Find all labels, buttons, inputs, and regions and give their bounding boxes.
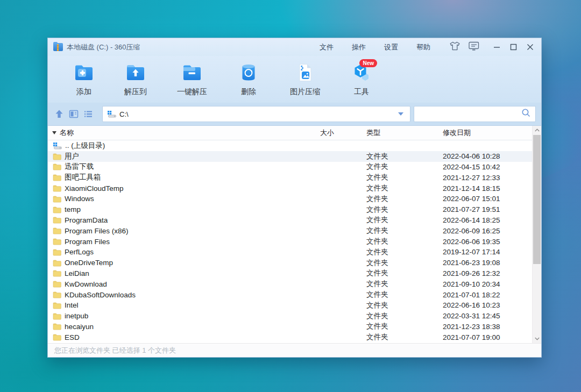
row-date: 2022-04-15 10:42 — [443, 163, 521, 171]
file-row[interactable]: hecaiyun 文件夹 2021-12-23 18:38 — [48, 322, 532, 332]
file-row[interactable]: 用户 文件夹 2022-04-06 10:28 — [48, 151, 532, 162]
file-row[interactable]: temp 文件夹 2021-07-27 19:51 — [48, 204, 532, 215]
parent-directory-row[interactable]: .. (上级目录) — [48, 140, 532, 151]
row-name: Intel — [65, 301, 79, 309]
search-input[interactable] — [414, 106, 536, 122]
row-type: 文件夹 — [366, 162, 443, 172]
scrollbar-thumb[interactable] — [533, 135, 541, 264]
menu-actions[interactable]: 操作 — [352, 42, 366, 52]
image-compress-button[interactable]: 图片压缩 — [279, 61, 331, 97]
titlebar[interactable]: 本地磁盘 (C:) - 360压缩 文件 操作 设置 帮助 — [48, 38, 541, 56]
delete-button[interactable]: 删除 — [228, 61, 270, 97]
delete-icon — [238, 63, 259, 84]
list-view-icon[interactable] — [83, 109, 93, 119]
titlebar-extra-icons — [450, 41, 479, 53]
file-row[interactable]: KDubaSoftDownloads 文件夹 2021-07-01 18:22 — [48, 289, 532, 300]
file-row[interactable]: Program Files 文件夹 2022-06-06 19:35 — [48, 236, 532, 247]
file-row[interactable]: ProgramData 文件夹 2022-06-14 18:25 — [48, 215, 532, 226]
row-name: ESD — [65, 333, 80, 341]
row-name: KDubaSoftDownloads — [65, 291, 136, 299]
panel-view-icon[interactable] — [69, 109, 79, 119]
app-logo-icon — [53, 43, 63, 51]
folder-icon — [53, 333, 61, 341]
folder-icon — [53, 227, 61, 234]
row-type: 文件夹 — [366, 332, 443, 342]
column-header-date[interactable]: 修改日期 — [443, 128, 521, 138]
file-row[interactable]: 迅雷下载 文件夹 2022-04-15 10:42 — [48, 162, 532, 173]
tools-button[interactable]: New 工具 — [341, 61, 382, 97]
file-row[interactable]: OneDriveTemp 文件夹 2021-06-23 19:08 — [48, 258, 532, 268]
scrollbar[interactable] — [532, 126, 541, 343]
row-name: KwDownload — [65, 280, 107, 288]
row-name: Program Files — [65, 238, 110, 246]
row-name: Windows — [65, 195, 94, 203]
folder-icon — [53, 216, 61, 224]
file-row[interactable]: PerfLogs 文件夹 2019-12-07 17:14 — [48, 247, 532, 258]
file-row[interactable]: ESD 文件夹 2021-07-07 19:00 — [48, 332, 532, 343]
column-header-size[interactable]: 大小 — [320, 128, 366, 138]
list-header: 名称 大小 类型 修改日期 — [48, 126, 532, 140]
scroll-up-icon[interactable] — [533, 126, 541, 134]
menu-settings[interactable]: 设置 — [384, 42, 398, 52]
row-type: 文件夹 — [366, 247, 443, 257]
file-list-panel: 名称 大小 类型 修改日期 .. (上级目录) 用户 — [48, 125, 541, 343]
image-compress-icon — [294, 63, 316, 84]
folder-icon — [53, 163, 61, 170]
menu-help[interactable]: 帮助 — [416, 42, 430, 52]
row-type: 文件夹 — [366, 237, 443, 246]
toolbar-label: 添加 — [76, 87, 91, 97]
feedback-icon[interactable] — [469, 41, 479, 53]
toolbar-label: 解压到 — [124, 87, 147, 97]
file-row[interactable]: KwDownload 文件夹 2021-09-10 20:34 — [48, 279, 532, 289]
column-header-type[interactable]: 类型 — [366, 128, 443, 138]
skin-shirt-icon[interactable] — [450, 41, 460, 53]
folder-icon — [53, 291, 61, 298]
window-title: 本地磁盘 (C:) - 360压缩 — [67, 42, 140, 52]
menu-file[interactable]: 文件 — [320, 42, 334, 52]
statusbar: 您正在浏览文件夹 已经选择 1 个文件夹 — [48, 343, 541, 357]
status-text: 您正在浏览文件夹 已经选择 1 个文件夹 — [54, 346, 176, 355]
row-type: 文件夹 — [366, 301, 443, 310]
extract-to-icon — [125, 63, 146, 84]
file-row[interactable]: inetpub 文件夹 2022-03-31 12:45 — [48, 311, 532, 322]
file-row[interactable]: Windows 文件夹 2022-06-07 15:01 — [48, 194, 532, 204]
file-row[interactable]: Intel 文件夹 2022-06-16 10:23 — [48, 300, 532, 311]
row-type: 文件夹 — [366, 226, 443, 236]
file-row[interactable]: XiaomiCloudTemp 文件夹 2021-12-14 18:15 — [48, 183, 532, 194]
folder-icon — [53, 323, 61, 330]
row-date: 2021-12-14 18:15 — [443, 184, 521, 193]
toolbar-label: 工具 — [354, 87, 369, 97]
chevron-down-icon[interactable] — [398, 112, 403, 116]
up-icon[interactable] — [54, 109, 64, 119]
folder-icon — [53, 302, 61, 309]
close-button[interactable] — [527, 44, 534, 51]
file-rows: .. (上级目录) 用户 文件夹 2022-04-06 10:28 迅雷下载 文… — [48, 140, 532, 343]
row-date: 2022-03-31 12:45 — [443, 312, 521, 320]
address-path[interactable]: C:\ — [119, 110, 398, 118]
column-header-name[interactable]: 名称 — [48, 128, 320, 138]
add-archive-icon — [73, 63, 95, 84]
scroll-down-icon[interactable] — [533, 334, 541, 343]
row-name: ProgramData — [65, 216, 108, 224]
row-date: 2022-06-06 19:35 — [443, 238, 521, 246]
address-combobox[interactable]: C:\ — [102, 106, 410, 122]
file-row[interactable]: Program Files (x86) 文件夹 2022-06-09 16:25 — [48, 225, 532, 236]
file-row[interactable]: LeiDian 文件夹 2021-09-26 12:32 — [48, 268, 532, 279]
row-name: temp — [65, 205, 81, 213]
add-button[interactable]: 添加 — [63, 61, 105, 97]
folder-icon — [53, 259, 61, 267]
folder-icon — [53, 184, 61, 192]
maximize-button[interactable] — [510, 44, 517, 51]
row-date: 2019-12-07 17:14 — [443, 248, 521, 256]
row-date: 2021-06-23 19:08 — [443, 259, 521, 267]
row-date: 2021-09-26 12:32 — [443, 269, 521, 277]
file-row[interactable]: 图吧工具箱 文件夹 2021-12-27 12:33 — [48, 172, 532, 183]
one-click-extract-icon — [181, 63, 203, 84]
extract-to-button[interactable]: 解压到 — [115, 61, 157, 97]
folder-icon — [53, 153, 61, 160]
search-icon[interactable] — [521, 108, 531, 120]
one-click-extract-button[interactable]: 一键解压 — [166, 61, 218, 97]
minimize-button[interactable] — [493, 44, 500, 51]
row-name: OneDriveTemp — [65, 259, 113, 267]
row-name: 迅雷下载 — [65, 162, 94, 172]
